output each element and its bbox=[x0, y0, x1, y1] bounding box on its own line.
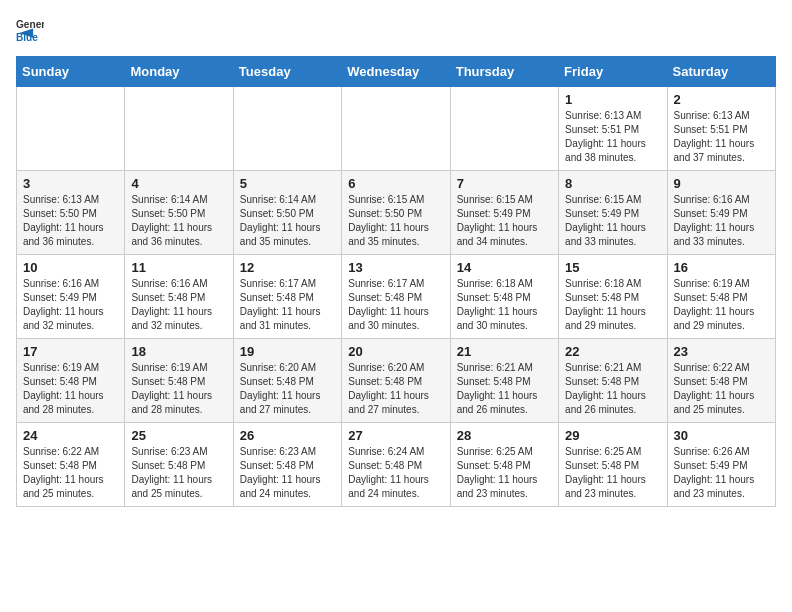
day-info: Sunrise: 6:22 AM Sunset: 5:48 PM Dayligh… bbox=[23, 445, 118, 501]
calendar-cell: 4Sunrise: 6:14 AM Sunset: 5:50 PM Daylig… bbox=[125, 171, 233, 255]
calendar-cell: 2Sunrise: 6:13 AM Sunset: 5:51 PM Daylig… bbox=[667, 87, 775, 171]
day-info: Sunrise: 6:19 AM Sunset: 5:48 PM Dayligh… bbox=[131, 361, 226, 417]
day-number: 18 bbox=[131, 344, 226, 359]
day-info: Sunrise: 6:13 AM Sunset: 5:51 PM Dayligh… bbox=[674, 109, 769, 165]
day-number: 28 bbox=[457, 428, 552, 443]
day-number: 17 bbox=[23, 344, 118, 359]
day-number: 2 bbox=[674, 92, 769, 107]
calendar-cell: 23Sunrise: 6:22 AM Sunset: 5:48 PM Dayli… bbox=[667, 339, 775, 423]
calendar-cell: 28Sunrise: 6:25 AM Sunset: 5:48 PM Dayli… bbox=[450, 423, 558, 507]
day-info: Sunrise: 6:18 AM Sunset: 5:48 PM Dayligh… bbox=[565, 277, 660, 333]
day-info: Sunrise: 6:25 AM Sunset: 5:48 PM Dayligh… bbox=[457, 445, 552, 501]
day-info: Sunrise: 6:20 AM Sunset: 5:48 PM Dayligh… bbox=[240, 361, 335, 417]
calendar-cell bbox=[233, 87, 341, 171]
day-number: 11 bbox=[131, 260, 226, 275]
day-number: 22 bbox=[565, 344, 660, 359]
week-row-2: 3Sunrise: 6:13 AM Sunset: 5:50 PM Daylig… bbox=[17, 171, 776, 255]
day-number: 16 bbox=[674, 260, 769, 275]
day-number: 13 bbox=[348, 260, 443, 275]
day-info: Sunrise: 6:23 AM Sunset: 5:48 PM Dayligh… bbox=[131, 445, 226, 501]
calendar-cell: 19Sunrise: 6:20 AM Sunset: 5:48 PM Dayli… bbox=[233, 339, 341, 423]
logo: General Blue bbox=[16, 16, 48, 44]
weekday-sunday: Sunday bbox=[17, 57, 125, 87]
day-info: Sunrise: 6:16 AM Sunset: 5:48 PM Dayligh… bbox=[131, 277, 226, 333]
day-info: Sunrise: 6:19 AM Sunset: 5:48 PM Dayligh… bbox=[674, 277, 769, 333]
day-info: Sunrise: 6:19 AM Sunset: 5:48 PM Dayligh… bbox=[23, 361, 118, 417]
calendar: SundayMondayTuesdayWednesdayThursdayFrid… bbox=[16, 56, 776, 507]
day-info: Sunrise: 6:20 AM Sunset: 5:48 PM Dayligh… bbox=[348, 361, 443, 417]
day-info: Sunrise: 6:15 AM Sunset: 5:50 PM Dayligh… bbox=[348, 193, 443, 249]
day-number: 27 bbox=[348, 428, 443, 443]
day-number: 30 bbox=[674, 428, 769, 443]
calendar-cell: 1Sunrise: 6:13 AM Sunset: 5:51 PM Daylig… bbox=[559, 87, 667, 171]
calendar-cell: 12Sunrise: 6:17 AM Sunset: 5:48 PM Dayli… bbox=[233, 255, 341, 339]
weekday-monday: Monday bbox=[125, 57, 233, 87]
day-number: 6 bbox=[348, 176, 443, 191]
day-number: 20 bbox=[348, 344, 443, 359]
weekday-saturday: Saturday bbox=[667, 57, 775, 87]
day-number: 1 bbox=[565, 92, 660, 107]
day-number: 19 bbox=[240, 344, 335, 359]
calendar-cell bbox=[17, 87, 125, 171]
day-number: 7 bbox=[457, 176, 552, 191]
day-number: 8 bbox=[565, 176, 660, 191]
calendar-cell: 8Sunrise: 6:15 AM Sunset: 5:49 PM Daylig… bbox=[559, 171, 667, 255]
calendar-cell: 15Sunrise: 6:18 AM Sunset: 5:48 PM Dayli… bbox=[559, 255, 667, 339]
day-info: Sunrise: 6:23 AM Sunset: 5:48 PM Dayligh… bbox=[240, 445, 335, 501]
calendar-cell: 6Sunrise: 6:15 AM Sunset: 5:50 PM Daylig… bbox=[342, 171, 450, 255]
day-number: 15 bbox=[565, 260, 660, 275]
day-number: 26 bbox=[240, 428, 335, 443]
day-info: Sunrise: 6:16 AM Sunset: 5:49 PM Dayligh… bbox=[23, 277, 118, 333]
weekday-tuesday: Tuesday bbox=[233, 57, 341, 87]
calendar-cell: 7Sunrise: 6:15 AM Sunset: 5:49 PM Daylig… bbox=[450, 171, 558, 255]
calendar-cell: 10Sunrise: 6:16 AM Sunset: 5:49 PM Dayli… bbox=[17, 255, 125, 339]
calendar-cell: 11Sunrise: 6:16 AM Sunset: 5:48 PM Dayli… bbox=[125, 255, 233, 339]
day-number: 21 bbox=[457, 344, 552, 359]
day-info: Sunrise: 6:26 AM Sunset: 5:49 PM Dayligh… bbox=[674, 445, 769, 501]
page-header: General Blue bbox=[16, 16, 776, 44]
day-info: Sunrise: 6:18 AM Sunset: 5:48 PM Dayligh… bbox=[457, 277, 552, 333]
week-row-3: 10Sunrise: 6:16 AM Sunset: 5:49 PM Dayli… bbox=[17, 255, 776, 339]
calendar-cell: 3Sunrise: 6:13 AM Sunset: 5:50 PM Daylig… bbox=[17, 171, 125, 255]
calendar-body: 1Sunrise: 6:13 AM Sunset: 5:51 PM Daylig… bbox=[17, 87, 776, 507]
day-info: Sunrise: 6:15 AM Sunset: 5:49 PM Dayligh… bbox=[565, 193, 660, 249]
calendar-cell: 29Sunrise: 6:25 AM Sunset: 5:48 PM Dayli… bbox=[559, 423, 667, 507]
weekday-wednesday: Wednesday bbox=[342, 57, 450, 87]
week-row-4: 17Sunrise: 6:19 AM Sunset: 5:48 PM Dayli… bbox=[17, 339, 776, 423]
week-row-5: 24Sunrise: 6:22 AM Sunset: 5:48 PM Dayli… bbox=[17, 423, 776, 507]
calendar-cell bbox=[342, 87, 450, 171]
day-info: Sunrise: 6:14 AM Sunset: 5:50 PM Dayligh… bbox=[240, 193, 335, 249]
day-info: Sunrise: 6:16 AM Sunset: 5:49 PM Dayligh… bbox=[674, 193, 769, 249]
day-info: Sunrise: 6:15 AM Sunset: 5:49 PM Dayligh… bbox=[457, 193, 552, 249]
day-number: 5 bbox=[240, 176, 335, 191]
calendar-cell bbox=[125, 87, 233, 171]
calendar-cell: 26Sunrise: 6:23 AM Sunset: 5:48 PM Dayli… bbox=[233, 423, 341, 507]
logo-icon: General Blue bbox=[16, 16, 44, 44]
svg-text:Blue: Blue bbox=[16, 32, 38, 43]
calendar-cell: 21Sunrise: 6:21 AM Sunset: 5:48 PM Dayli… bbox=[450, 339, 558, 423]
calendar-cell: 13Sunrise: 6:17 AM Sunset: 5:48 PM Dayli… bbox=[342, 255, 450, 339]
calendar-cell: 16Sunrise: 6:19 AM Sunset: 5:48 PM Dayli… bbox=[667, 255, 775, 339]
calendar-cell: 9Sunrise: 6:16 AM Sunset: 5:49 PM Daylig… bbox=[667, 171, 775, 255]
calendar-cell: 18Sunrise: 6:19 AM Sunset: 5:48 PM Dayli… bbox=[125, 339, 233, 423]
calendar-cell bbox=[450, 87, 558, 171]
weekday-friday: Friday bbox=[559, 57, 667, 87]
day-number: 14 bbox=[457, 260, 552, 275]
day-info: Sunrise: 6:13 AM Sunset: 5:51 PM Dayligh… bbox=[565, 109, 660, 165]
week-row-1: 1Sunrise: 6:13 AM Sunset: 5:51 PM Daylig… bbox=[17, 87, 776, 171]
day-info: Sunrise: 6:14 AM Sunset: 5:50 PM Dayligh… bbox=[131, 193, 226, 249]
calendar-cell: 5Sunrise: 6:14 AM Sunset: 5:50 PM Daylig… bbox=[233, 171, 341, 255]
day-number: 4 bbox=[131, 176, 226, 191]
day-info: Sunrise: 6:17 AM Sunset: 5:48 PM Dayligh… bbox=[240, 277, 335, 333]
day-info: Sunrise: 6:24 AM Sunset: 5:48 PM Dayligh… bbox=[348, 445, 443, 501]
weekday-thursday: Thursday bbox=[450, 57, 558, 87]
day-number: 9 bbox=[674, 176, 769, 191]
calendar-cell: 27Sunrise: 6:24 AM Sunset: 5:48 PM Dayli… bbox=[342, 423, 450, 507]
svg-text:General: General bbox=[16, 19, 44, 30]
day-info: Sunrise: 6:21 AM Sunset: 5:48 PM Dayligh… bbox=[457, 361, 552, 417]
calendar-cell: 30Sunrise: 6:26 AM Sunset: 5:49 PM Dayli… bbox=[667, 423, 775, 507]
calendar-cell: 22Sunrise: 6:21 AM Sunset: 5:48 PM Dayli… bbox=[559, 339, 667, 423]
weekday-header-row: SundayMondayTuesdayWednesdayThursdayFrid… bbox=[17, 57, 776, 87]
day-number: 24 bbox=[23, 428, 118, 443]
day-info: Sunrise: 6:17 AM Sunset: 5:48 PM Dayligh… bbox=[348, 277, 443, 333]
